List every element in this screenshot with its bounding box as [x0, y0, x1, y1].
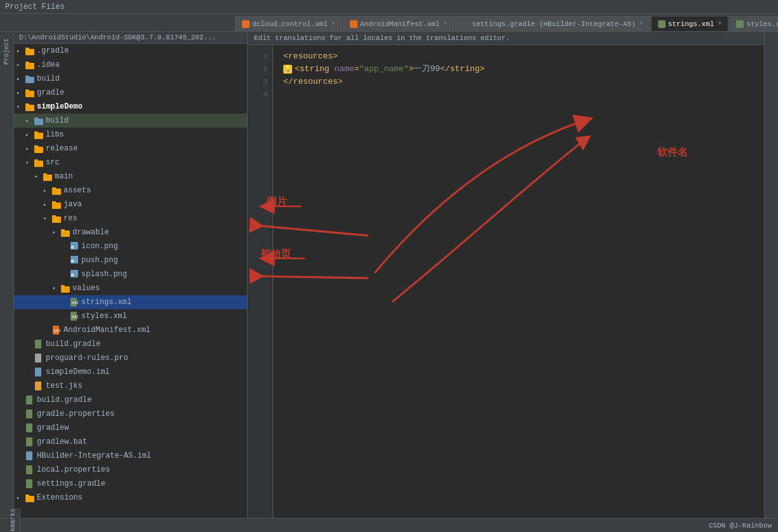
tree-item-gradle2[interactable]: ▸gradle [14, 86, 247, 100]
svg-rect-44 [35, 368, 41, 376]
tree-item-release[interactable]: ▸release [14, 142, 247, 156]
tab-strings[interactable]: strings.xml× [651, 16, 729, 31]
svg-rect-5 [25, 76, 29, 78]
tree-label-res: res [64, 214, 77, 223]
svg-rect-54 [25, 495, 29, 497]
tree-item-values[interactable]: ▾values [14, 281, 247, 295]
tree-item-proguard[interactable]: proguard-rules.pro [14, 351, 247, 365]
svg-rect-15 [34, 145, 38, 148]
tree-icon-extensions [25, 493, 34, 502]
tree-arrow-build_sub: ▸ [25, 117, 34, 124]
tree-icon-icon_png: ▨ [70, 242, 79, 251]
tree-label-build_sub: build [46, 116, 69, 125]
tree-item-test_jks[interactable]: test.jks [14, 379, 247, 393]
bottom-bar: Bookmarks CSDN @J-Rainbow [0, 518, 778, 532]
tree-item-splash_png[interactable]: ▨splash.png [14, 267, 247, 281]
project-sidebar-label[interactable]: Project [3, 38, 10, 65]
tree-arrow-java: ▸ [43, 201, 52, 208]
line-number-4: 4 [248, 88, 272, 101]
tree-label-gradlew_bat: gradlew.bat [37, 437, 87, 446]
tab-settings[interactable]: settings.gradle (HBuilder-Integrate-AS)× [455, 16, 650, 31]
tree-icon-java [52, 200, 61, 209]
tree-label-libs: libs [46, 130, 64, 139]
line-number-2: 2 [248, 63, 272, 76]
tab-close-strings[interactable]: × [718, 20, 721, 27]
tree-item-local_props[interactable]: local.properties [14, 463, 247, 477]
tree-item-icon_png[interactable]: ▨icon.png [14, 239, 247, 253]
tree-item-push_png[interactable]: ▨push.png [14, 253, 247, 267]
tree-item-build_sub[interactable]: ▸build [14, 114, 247, 128]
svg-rect-47 [26, 409, 32, 418]
tab-dcloud[interactable]: dcloud_control.xml× [235, 16, 342, 31]
tree-item-build_gradle[interactable]: build.gradle [14, 393, 247, 407]
tree-label-test_jks: test.jks [46, 382, 83, 390]
tree-item-build_root[interactable]: ▸build [14, 72, 247, 86]
tab-manifest[interactable]: AndroidManifest.xml× [343, 16, 454, 31]
tree-icon-simpledemo_iml [34, 368, 43, 376]
tree-icon-simpleDemo [25, 102, 34, 111]
tree-label-assets: assets [64, 186, 91, 195]
tab-label-manifest: AndroidManifest.xml [360, 20, 439, 28]
tree-item-settings_gradle[interactable]: settings.gradle [14, 477, 247, 491]
tree-root-path: D:\AndroidStudio\Android-SDK@3.7.9.81745… [19, 34, 216, 41]
tab-icon-dcloud [242, 20, 250, 28]
svg-rect-25 [52, 215, 56, 218]
svg-rect-46 [26, 396, 32, 404]
tree-item-androidmanifest[interactable]: xmlAndroidManifest.xml [14, 323, 247, 337]
tree-label-build_gradle: build.gradle [37, 396, 91, 404]
tree-header: D:\AndroidStudio\Android-SDK@3.7.9.81745… [14, 32, 247, 44]
tab-icon-styles [736, 20, 744, 28]
tab-label-settings: settings.gradle (HBuilder-Integrate-AS) [472, 20, 635, 28]
tree-icon-values [61, 284, 70, 293]
line-number-3: 3 [248, 76, 272, 88]
tree-item-main[interactable]: ▾main [14, 170, 247, 183]
tree-arrow-gradle: ▸ [17, 48, 25, 55]
tree-item-idea[interactable]: ▸.idea [14, 58, 247, 72]
tab-close-dcloud[interactable]: × [332, 20, 335, 27]
tree-item-src[interactable]: ▾src [14, 156, 247, 170]
svg-rect-23 [52, 201, 56, 204]
svg-rect-42 [35, 340, 41, 349]
tree-item-build_gradle_sub[interactable]: build.gradle [14, 337, 247, 351]
tree-item-res[interactable]: ▾res [14, 211, 247, 225]
tree-label-build_gradle_sub: build.gradle [46, 340, 100, 349]
tree-item-strings_xml[interactable]: xmlstrings.xml [14, 295, 247, 309]
tab-icon-strings [658, 20, 666, 28]
left-side-strip: Project [0, 32, 14, 518]
tree-label-styles_xml: styles.xml [81, 312, 127, 321]
tree-label-release: release [46, 144, 77, 153]
tree-arrow-release: ▸ [25, 145, 34, 152]
tree-label-build_root: build [37, 74, 60, 83]
tree-label-src: src [46, 158, 60, 167]
tree-item-gradle[interactable]: ▸.gradle [14, 44, 247, 58]
svg-rect-50 [26, 451, 32, 460]
line-numbers: 1234 [248, 45, 273, 518]
tree-item-styles_xml[interactable]: xmlstyles.xml [14, 309, 247, 323]
tree-item-extensions[interactable]: ▸Extensions [14, 491, 247, 505]
tab-icon-manifest [350, 20, 358, 28]
svg-rect-52 [26, 479, 32, 488]
tree-icon-gradlew_bat [25, 437, 34, 446]
tree-icon-drawable [61, 228, 70, 237]
svg-rect-3 [25, 62, 29, 64]
svg-rect-43 [35, 354, 41, 362]
tree-arrow-main: ▾ [34, 173, 43, 180]
tree-item-libs[interactable]: ▸libs [14, 128, 247, 142]
tree-item-gradle_props[interactable]: gradle.properties [14, 407, 247, 421]
tab-close-settings[interactable]: × [640, 20, 643, 27]
tree-item-gradlew_bat[interactable]: gradlew.bat [14, 435, 247, 449]
tree-item-java[interactable]: ▸java [14, 197, 247, 211]
tree-item-simpleDemo[interactable]: ▾simpleDemo [14, 100, 247, 114]
tab-styles[interactable]: styles.xml× [729, 16, 778, 31]
tree-item-assets[interactable]: ▸assets [14, 183, 247, 197]
code-area[interactable]: <resources>💡<string name="app_name">一刀99… [273, 45, 764, 518]
tree-arrow-gradle2: ▸ [17, 90, 25, 96]
tree-arrow-simpleDemo: ▾ [17, 103, 25, 110]
tree-item-drawable[interactable]: ▾drawable [14, 225, 247, 239]
tree-item-gradlew[interactable]: gradlew [14, 421, 247, 435]
svg-rect-9 [25, 103, 29, 106]
tab-close-manifest[interactable]: × [443, 20, 447, 27]
tree-item-simpledemo_iml[interactable]: simpleDemo.iml [14, 365, 247, 379]
tree-item-hbuilder_iml[interactable]: HBuilder-Integrate-AS.iml [14, 449, 247, 463]
tree-label-drawable: drawable [72, 228, 109, 237]
